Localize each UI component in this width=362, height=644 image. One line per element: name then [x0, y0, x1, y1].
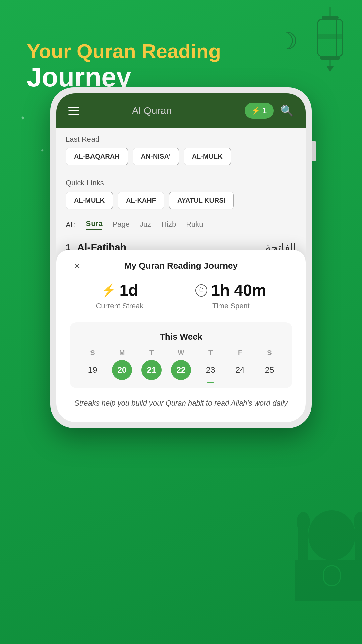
day-19[interactable]: 19 — [82, 360, 103, 380]
phone-mockup: Al Quran ⚡ 1 🔍 Last Read AL-BAQARAH AN-N… — [50, 87, 312, 428]
svg-rect-13 — [301, 512, 306, 522]
streak-label: Current Streak — [96, 302, 143, 310]
chip-baqarah[interactable]: AL-BAQARAH — [66, 148, 128, 165]
day-header-3: W — [171, 349, 191, 357]
bolt-icon: ⚡ — [251, 106, 260, 115]
tab-page[interactable]: Page — [112, 220, 129, 230]
chip-ayatul-kursi[interactable]: AYATUL KURSI — [169, 192, 234, 209]
quick-links-chips: AL-MULK AL-KAHF AYATUL KURSI — [56, 192, 306, 216]
day-header-6: S — [259, 349, 280, 357]
week-title: This Week — [78, 332, 284, 342]
star-decoration-1: ✦ — [20, 114, 26, 122]
chip-kahf[interactable]: AL-KAHF — [118, 192, 164, 209]
app-content: Last Read AL-BAQARAH AN-NISA' AL-MULK Qu… — [56, 128, 306, 260]
time-label: Time Spent — [212, 302, 250, 310]
app-title: Al Quran — [59, 105, 245, 116]
clock-icon: ⏱ — [195, 284, 207, 297]
day-header-0: S — [82, 349, 103, 357]
streak-bolt-icon: ⚡ — [101, 283, 116, 298]
app-header: Al Quran ⚡ 1 🔍 — [56, 93, 306, 128]
svg-rect-16 — [358, 512, 362, 522]
sheet-header: × My Quran Reading Journey — [70, 261, 292, 271]
tab-sura[interactable]: Sura — [86, 219, 103, 230]
hero-subtitle: Your Quran Reading — [27, 40, 335, 62]
day-header-5: F — [230, 349, 250, 357]
streak-stat: ⚡ 1d Current Streak — [96, 281, 143, 310]
time-value-row: ⏱ 1h 40m — [195, 281, 266, 300]
day-22[interactable]: 22 — [171, 360, 191, 380]
side-button — [312, 141, 316, 161]
streak-value: 1d — [119, 281, 138, 300]
quick-links-label: Quick Links — [56, 172, 306, 192]
day-24[interactable]: 24 — [230, 360, 250, 380]
phone-outer: Al Quran ⚡ 1 🔍 Last Read AL-BAQARAH AN-N… — [50, 87, 312, 428]
day-23[interactable]: 23 — [200, 360, 221, 380]
week-days-header: S M T W T F S — [78, 349, 284, 357]
last-read-label: Last Read — [56, 128, 306, 148]
day-header-4: T — [200, 349, 221, 357]
tab-hizb[interactable]: Hizb — [161, 220, 176, 230]
svg-point-10 — [308, 510, 355, 560]
search-button[interactable]: 🔍 — [280, 104, 294, 117]
chip-mulk-lastread[interactable]: AL-MULK — [184, 148, 231, 165]
tab-juz[interactable]: Juz — [140, 220, 151, 230]
bottom-sheet: × My Quran Reading Journey ⚡ 1d Current … — [56, 250, 306, 422]
time-stat: ⏱ 1h 40m Time Spent — [195, 281, 266, 310]
navigation-tabs: All: Sura Page Juz Hizb Ruku — [56, 216, 306, 234]
chip-mulk[interactable]: AL-MULK — [66, 192, 113, 209]
streak-value-row: ⚡ 1d — [101, 281, 138, 300]
streak-badge[interactable]: ⚡ 1 — [245, 103, 274, 119]
footer-note: Streaks help you build your Quran habit … — [70, 397, 292, 409]
svg-rect-18 — [323, 566, 340, 586]
last-read-chips: AL-BAQARAH AN-NISA' AL-MULK — [56, 148, 306, 172]
star-decoration-2: ✦ — [40, 148, 44, 153]
tabs-prefix: All: — [66, 221, 76, 229]
day-25[interactable]: 25 — [259, 360, 280, 380]
stats-row: ⚡ 1d Current Streak ⏱ 1h 40m Time Spent — [70, 281, 292, 310]
mosque-decoration — [295, 495, 362, 624]
phone-screen: Al Quran ⚡ 1 🔍 Last Read AL-BAQARAH AN-N… — [56, 93, 306, 422]
tab-ruku[interactable]: Ruku — [186, 220, 203, 230]
chip-nisa[interactable]: AN-NISA' — [133, 148, 179, 165]
day-20[interactable]: 20 — [112, 360, 132, 380]
sheet-title: My Quran Reading Journey — [124, 261, 238, 271]
close-button[interactable]: × — [70, 259, 84, 273]
day-header-2: T — [141, 349, 162, 357]
streak-number: 1 — [262, 106, 267, 115]
time-value: 1h 40m — [211, 281, 266, 300]
day-21[interactable]: 21 — [141, 360, 162, 380]
week-card: This Week S M T W T F S 19 20 21 22 — [70, 322, 292, 388]
day-header-1: M — [112, 349, 132, 357]
week-dates: 19 20 21 22 23 24 25 — [78, 360, 284, 380]
